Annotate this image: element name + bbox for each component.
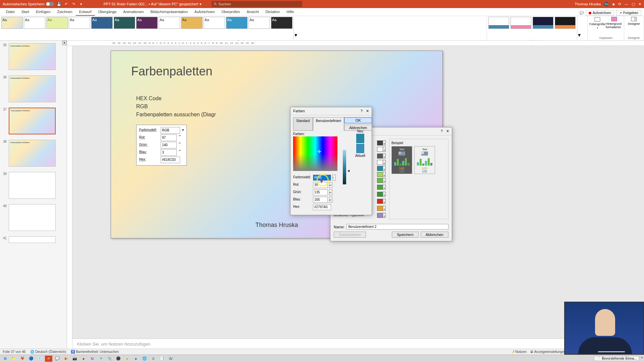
design-thumb[interactable]: Aa — [69, 17, 90, 29]
powerpoint-icon[interactable]: P — [45, 356, 52, 362]
design-thumb[interactable]: Aa — [181, 17, 203, 29]
theme-color-swatch[interactable]: ▾ — [377, 206, 386, 211]
design-thumb[interactable]: Aa — [204, 17, 225, 29]
theme-color-swatch[interactable]: ▾ — [377, 178, 386, 183]
diamond-icon[interactable]: ◈ — [612, 2, 615, 6]
notes-button[interactable]: 📝 Notizen — [511, 350, 527, 354]
tray-chevron-icon[interactable]: ^ — [641, 357, 643, 360]
green-input[interactable]: 135 — [313, 189, 328, 195]
more-icon[interactable]: ▾ — [79, 2, 84, 6]
excel-icon[interactable]: X — [150, 356, 157, 362]
theme-color-swatch[interactable]: ▾ — [377, 213, 386, 218]
tab-einfuegen[interactable]: Einfügen — [33, 8, 54, 16]
tab-animationen[interactable]: Animationen — [120, 8, 147, 16]
zoom-slider[interactable] — [598, 351, 625, 352]
close-icon[interactable]: ✕ — [638, 2, 641, 6]
save-button[interactable]: Speichern — [392, 232, 419, 238]
app-icon[interactable]: 📎 — [106, 356, 113, 362]
designs-more-icon[interactable]: ▾ — [293, 17, 298, 40]
theme-color-swatch[interactable]: ▾ — [377, 185, 386, 190]
slide-thumb-35[interactable]: Farbenpaletten Definieren — [9, 43, 56, 70]
red-input[interactable]: 39 — [313, 182, 328, 188]
theme-color-swatch[interactable]: ▾ — [377, 166, 386, 171]
help-icon[interactable]: ? — [361, 109, 363, 113]
save-icon[interactable]: 💾 — [57, 2, 61, 6]
hex-input[interactable]: #2787A5 — [313, 204, 331, 210]
collapse-ribbon-icon[interactable]: 💬 — [580, 11, 584, 15]
design-thumb[interactable]: Aa — [271, 17, 292, 29]
cancel-button[interactable]: Abbrechen — [421, 232, 448, 238]
theme-color-swatch[interactable]: ▾ — [377, 160, 386, 165]
tab-start[interactable]: Start — [18, 8, 33, 16]
start-icon[interactable]: ⊞ — [1, 356, 9, 362]
theme-color-swatch[interactable]: ▾ — [377, 154, 386, 159]
design-thumb[interactable]: Aa — [136, 17, 158, 29]
word-icon[interactable]: W — [167, 356, 174, 362]
slide-thumb-41[interactable] — [9, 236, 56, 243]
value-slider[interactable] — [343, 150, 346, 184]
design-thumb[interactable]: Aa — [46, 17, 68, 29]
firefox-icon[interactable]: 🦊 — [19, 356, 26, 362]
notes-pane[interactable]: Klicken Sie, um Notizen hinzuzufügen — [72, 339, 644, 349]
format-background-button[interactable]: Hintergrund formatieren — [606, 17, 623, 29]
tab-dictation[interactable]: Dictation — [262, 8, 283, 16]
maximize-icon[interactable]: ▢ — [632, 2, 635, 6]
theme-color-swatch[interactable]: ▾ — [377, 199, 386, 204]
tab-custom[interactable]: Benutzerdefiniert — [313, 117, 344, 131]
slide-thumb-36[interactable]: Farbenpaletten Definieren — [9, 75, 56, 102]
variants-more-icon[interactable]: ▾ — [577, 17, 581, 40]
app-icon[interactable]: 📸 — [71, 356, 78, 362]
help-icon[interactable]: ? — [441, 129, 443, 133]
color-model-select[interactable]: RGB — [313, 175, 331, 181]
variant-thumb[interactable] — [555, 17, 576, 29]
slide-counter[interactable]: Folie 37 von 46 — [3, 350, 25, 354]
language-button[interactable]: 🌐 Deutsch (Österreich) — [30, 350, 66, 354]
tab-zeichnen[interactable]: Zeichnen — [54, 8, 75, 16]
display-settings-button[interactable]: 🖥 Anzeigeeinstellungen — [530, 350, 566, 354]
taskbar-task[interactable]: 📄 Bevorstehende Einna... — [594, 356, 639, 361]
theme-color-swatch[interactable]: ▾ — [377, 172, 386, 177]
slide-thumb-37[interactable]: Farbenpaletten Definieren — [9, 108, 56, 134]
user-avatar-icon[interactable]: TH — [604, 2, 609, 6]
theme-color-swatch[interactable]: ▾ — [377, 147, 386, 152]
design-thumb[interactable]: Aa — [24, 17, 45, 29]
slide-size-button[interactable]: Foliengröße ▾ — [589, 17, 606, 29]
value-arrow-icon[interactable]: ◀ — [347, 169, 350, 172]
obs-icon[interactable]: ⚫ — [115, 356, 122, 362]
close-icon[interactable]: ✕ — [446, 129, 449, 133]
app-icon[interactable]: ● — [80, 356, 87, 362]
explorer-icon[interactable]: 📁 — [10, 356, 17, 362]
app-icon[interactable]: 💬 — [54, 356, 61, 362]
design-thumb[interactable]: Aa — [159, 17, 180, 29]
ok-button[interactable]: OK — [344, 117, 372, 123]
design-thumb[interactable]: Aa — [1, 17, 23, 29]
tab-standard[interactable]: Standard — [293, 117, 313, 131]
slide-body[interactable]: HEX Code RGB Farbenpaletten aussuchen (D… — [136, 95, 216, 119]
chrome-icon[interactable]: 🔵 — [28, 356, 35, 362]
blue-input[interactable]: 165 — [313, 197, 328, 203]
accessibility-button[interactable]: ♿ Barrierefreiheit: Untersuchen — [71, 350, 119, 354]
tab-datei[interactable]: Datei — [3, 8, 18, 16]
share-button[interactable]: ↗Freigeben — [616, 10, 641, 16]
scroll-up-icon[interactable]: ▴ — [62, 41, 67, 45]
variant-thumb[interactable] — [533, 17, 553, 29]
record-button[interactable]: Aufzeichnen — [586, 10, 614, 16]
slide-thumb-40[interactable] — [9, 204, 56, 231]
theme-name-input[interactable] — [346, 224, 448, 230]
user-name[interactable]: Thomas Hruska — [575, 2, 601, 6]
variant-thumb[interactable] — [488, 17, 509, 29]
redo-icon[interactable]: ↷ — [71, 2, 76, 6]
slide-thumb-39[interactable] — [9, 172, 56, 199]
slide-title[interactable]: Farbenpaletten — [131, 64, 212, 78]
minimize-icon[interactable]: — — [625, 2, 628, 6]
autosave-toggle[interactable] — [46, 2, 54, 6]
tab-ueberpruefen[interactable]: Überprüfen — [218, 8, 243, 16]
slide-author[interactable]: Thomas Hruska — [255, 222, 298, 229]
theme-color-swatch[interactable]: ▾ — [377, 192, 386, 197]
tab-bildschirm[interactable]: Bildschirmpräsentation — [147, 8, 191, 16]
slide-panel[interactable]: ▴ 35Farbenpaletten Definieren 36Farbenpa… — [0, 41, 67, 349]
app-icon[interactable]: ● — [132, 356, 140, 362]
app-icon[interactable]: ● — [123, 356, 131, 362]
variant-thumb[interactable] — [511, 17, 531, 29]
close-icon[interactable]: ✕ — [366, 109, 369, 113]
